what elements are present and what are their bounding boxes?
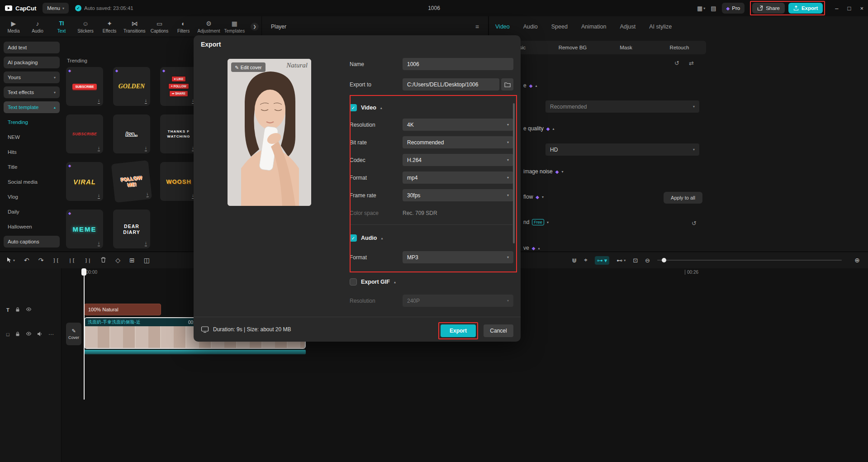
text-clip[interactable]: 100% Natural — [84, 304, 161, 315]
subtab-mask[interactable]: Mask — [599, 45, 653, 50]
edit-cover-button[interactable]: ✎ Edit cover — [231, 62, 266, 72]
cancel-button[interactable]: Cancel — [484, 324, 513, 337]
panel-toggle-icon[interactable]: ▤ — [711, 5, 716, 12]
tab-adjustment[interactable]: ⚙Adjustment — [198, 20, 220, 33]
template-card-subscribe-italic[interactable]: SUBSCRIBE↓ — [66, 114, 103, 153]
ripple-mode-toggle[interactable]: ⊷▾ — [617, 257, 626, 264]
eye-icon[interactable] — [26, 306, 32, 314]
download-icon[interactable]: ↓ — [146, 191, 149, 197]
select-tool[interactable]: ▾ — [6, 257, 15, 263]
auto-link-toggle[interactable]: ⊶▾ — [595, 256, 610, 265]
sidebar-item-yours[interactable]: Yours▾ — [4, 71, 60, 83]
sidebar-item-text-effects[interactable]: Text effects▾ — [4, 86, 60, 98]
format-select[interactable]: mp4▾ — [403, 171, 513, 184]
export-top-button[interactable]: Export — [788, 3, 823, 14]
linked-audio-bar[interactable] — [84, 350, 306, 354]
gif-checkbox[interactable]: ✓ — [350, 278, 357, 286]
download-icon[interactable]: ↓ — [98, 241, 100, 246]
codec-select[interactable]: H.264▾ — [403, 154, 513, 166]
tab-audio[interactable]: ♪Audio — [28, 20, 47, 33]
audio-checkbox[interactable]: ✓ — [350, 234, 357, 242]
tab-animation[interactable]: Animation — [581, 24, 607, 30]
sidebar-item-daily[interactable]: Daily — [4, 206, 60, 218]
recommended-select[interactable]: Recommended ▾ — [545, 100, 699, 113]
name-input[interactable] — [403, 58, 513, 70]
sidebar-item-add-text[interactable]: Add text — [4, 42, 60, 53]
sidebar-item-trending[interactable]: Trending — [4, 116, 60, 128]
tab-filters[interactable]: ◐Filters — [174, 20, 194, 33]
timeline-zoom-slider[interactable] — [657, 257, 842, 263]
mask-button[interactable]: ◇ — [115, 257, 120, 264]
eye-icon[interactable] — [26, 331, 32, 338]
lock-icon[interactable] — [15, 307, 20, 314]
template-card-dear-diary[interactable]: DEARDIARY↓ — [113, 210, 150, 248]
minimize-button[interactable]: – — [835, 5, 838, 12]
split-button[interactable]: ][ — [52, 257, 59, 263]
template-card-meme[interactable]: ◆MEME↓ — [66, 210, 103, 248]
sidebar-item-new[interactable]: NEW — [4, 131, 60, 143]
more-options-icon[interactable]: ⋯ — [48, 331, 54, 338]
compare-icon[interactable]: ⇄ — [689, 60, 694, 67]
zoom-out-icon[interactable]: ⊖ — [645, 257, 650, 264]
zoom-in-icon[interactable]: ⊕ — [854, 252, 860, 268]
download-icon[interactable]: ↓ — [145, 146, 147, 151]
mirror-button[interactable]: ◫ — [144, 257, 150, 264]
template-card-loa[interactable]: loa..↓ — [113, 114, 150, 153]
sidebar-item-hits[interactable]: Hits — [4, 146, 60, 158]
tab-video[interactable]: Video — [495, 24, 510, 30]
fit-timeline-icon[interactable]: ⊡ — [633, 257, 638, 264]
gif-resolution-select[interactable]: 240P▾ — [403, 295, 513, 307]
browse-folder-button[interactable] — [501, 78, 513, 90]
template-card-like-follow-share[interactable]: ◆♥ LIKE+ FOLLOW➦ SHARE↓ — [160, 67, 197, 106]
download-icon[interactable]: ↓ — [145, 241, 147, 246]
sidebar-item-halloween[interactable]: Halloween — [4, 221, 60, 233]
lock-icon[interactable] — [15, 331, 20, 338]
speaker-icon[interactable] — [37, 331, 43, 338]
subtab-retouch[interactable]: Retouch — [653, 45, 706, 50]
template-card-thanks-for-watching[interactable]: THANKS FWATCHING↓ — [160, 114, 197, 153]
template-card-viral[interactable]: ◆VIRAL↓ — [66, 162, 103, 201]
menu-button[interactable]: Menu ▾ — [43, 3, 69, 14]
audio-format-select[interactable]: MP3▾ — [403, 251, 513, 263]
template-card-woosh[interactable]: WOOSH↓ — [160, 162, 197, 201]
trim-left-button[interactable]: |[ — [69, 257, 76, 263]
video-checkbox[interactable]: ✓ — [350, 104, 357, 111]
close-button[interactable]: × — [860, 5, 863, 12]
apply-to-all-button[interactable]: Apply to all — [664, 192, 702, 204]
download-icon[interactable]: ↓ — [145, 98, 147, 104]
preview-axis-icon[interactable]: ⌖ — [584, 257, 587, 264]
slider-knob[interactable] — [662, 258, 666, 262]
tab-adjust[interactable]: Adjust — [620, 24, 636, 30]
tab-text[interactable]: TIText — [52, 20, 71, 33]
framerate-select[interactable]: 30fps▾ — [403, 189, 513, 201]
redo-button[interactable]: ↷ — [38, 257, 44, 264]
subtab-remove-bg[interactable]: Remove BG — [546, 45, 599, 50]
share-button[interactable]: Share — [752, 3, 785, 14]
reset-icon[interactable]: ↺ — [692, 220, 697, 227]
crop-button[interactable]: ⊞ — [129, 257, 135, 264]
resolution-select[interactable]: 4K▾ — [403, 119, 513, 131]
sidebar-item-auto-captions[interactable]: Auto captions — [4, 236, 60, 248]
export-path-input[interactable] — [403, 78, 499, 90]
trim-right-button[interactable]: ]| — [85, 257, 91, 263]
sidebar-item-social-media[interactable]: Social media — [4, 176, 60, 188]
magnet-snap-icon[interactable]: ⋓ — [572, 257, 577, 264]
hd-select[interactable]: HD ▾ — [545, 143, 699, 156]
export-confirm-button[interactable]: Export — [441, 324, 476, 337]
delete-button[interactable] — [100, 257, 106, 264]
toolbar-more-button[interactable]: ❯ — [251, 23, 259, 31]
dialog-scrollbar[interactable] — [513, 103, 515, 243]
playhead-handle[interactable] — [81, 268, 86, 276]
download-icon[interactable]: ↓ — [98, 193, 100, 199]
tab-ai-stylize[interactable]: AI stylize — [649, 24, 672, 30]
player-menu-icon[interactable]: ≡ — [475, 23, 479, 30]
cover-button[interactable]: ✎ Cover — [66, 323, 81, 345]
tab-audio-props[interactable]: Audio — [523, 24, 538, 30]
tab-transitions[interactable]: ⋈Transitions — [123, 20, 146, 33]
tab-templates[interactable]: ▦Templates — [224, 20, 245, 33]
template-card-golden[interactable]: ◆GOLDEN↓ — [113, 67, 150, 106]
sidebar-item-vlog[interactable]: Vlog — [4, 191, 60, 203]
sidebar-item-ai-packaging[interactable]: AI packaging — [4, 57, 60, 68]
sidebar-item-text-template[interactable]: Text template▴ — [4, 101, 60, 113]
tab-captions[interactable]: ▭Captions — [150, 20, 170, 33]
